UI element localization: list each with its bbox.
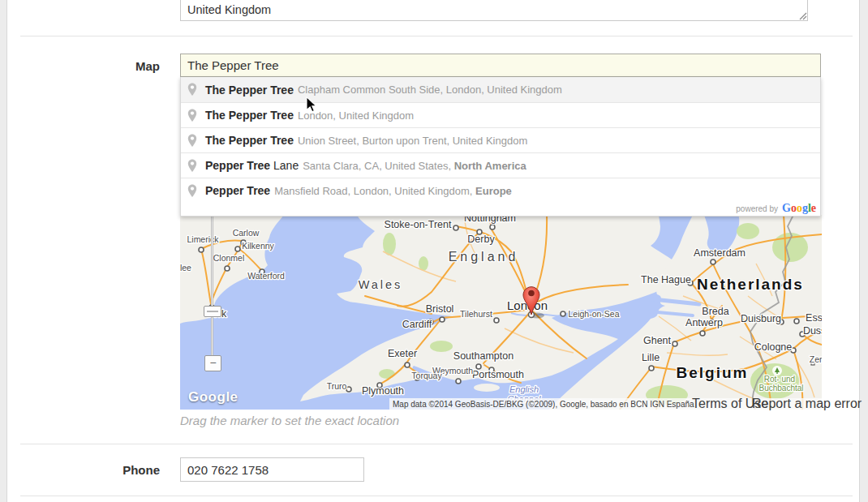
map-label: Netherlands: [697, 276, 804, 293]
city-dot: [561, 311, 565, 316]
item-main-text: The Pepper Tree: [205, 134, 294, 147]
google-logo-letter: o: [797, 202, 802, 214]
item-main-text: The Pepper Tree: [205, 109, 294, 122]
map-label: Wales: [359, 278, 403, 291]
map-label: Belgium: [677, 364, 749, 381]
google-logo-letter: g: [802, 202, 808, 214]
map-label: Torquay: [411, 371, 442, 380]
powered-by-label: powered by: [736, 204, 778, 213]
item-secondary-text: Union Street, Burton upon Trent, United …: [298, 135, 527, 147]
map-label: Clonmel: [213, 253, 245, 263]
city-dot: [199, 247, 204, 252]
map-label: Duisburg: [741, 313, 781, 324]
section-divider: [20, 496, 853, 496]
city-dot: [494, 318, 499, 323]
city-dot: [346, 387, 351, 392]
zoom-slider-track[interactable]: [211, 215, 213, 356]
phone-input[interactable]: [180, 457, 364, 482]
powered-by-google[interactable]: powered by Google: [181, 203, 820, 216]
item-secondary-text: Santa Clara, CA, United States, North Am…: [303, 160, 526, 172]
map-label: ulee: [180, 263, 191, 272]
address-textarea[interactable]: United Kingdom: [180, 0, 808, 21]
city-dot: [490, 225, 495, 230]
map-label: England: [449, 250, 519, 264]
city-dot: [453, 225, 458, 230]
city-dot: [235, 247, 240, 251]
map-label: Waterford: [247, 271, 285, 281]
map-label: Bristol: [426, 303, 454, 315]
map-label: Rot- und: [764, 375, 795, 384]
map-label: Derby: [467, 234, 495, 245]
map-label: Southampton: [453, 350, 513, 362]
map-label: Kilkenny: [242, 241, 274, 251]
autocomplete-item[interactable]: Pepper Tree LaneSanta Clara, CA, United …: [181, 152, 820, 178]
map-label: Truro: [327, 381, 347, 391]
city-dot: [456, 379, 461, 384]
phone-field-label: Phone: [46, 463, 160, 477]
map-label: Buchbachtal: [758, 384, 803, 393]
place-pin-icon: [187, 184, 197, 198]
city-dot: [225, 266, 230, 271]
map-label: Tilehurst: [460, 309, 492, 319]
city-dot: [711, 260, 715, 264]
google-logo-letter: e: [811, 202, 816, 214]
map-label: English: [509, 384, 539, 394]
item-secondary-text: London, United Kingdom: [298, 109, 414, 122]
report-map-error-link[interactable]: Report a map error: [752, 398, 862, 410]
map-graphic: LimerickCarlowKilkennyClonmelWaterfordul…: [180, 215, 822, 410]
city-dot: [794, 319, 799, 324]
map-label: Leigh-on-Sea: [568, 309, 619, 319]
item-secondary-text: Mansfield Road, London, United Kingdom, …: [274, 185, 512, 197]
map-label: Stoke-on-Trent: [385, 219, 452, 230]
map-label: Antwerp: [685, 317, 723, 328]
place-pin-icon: [187, 159, 197, 173]
autocomplete-item[interactable]: The Pepper TreeLondon, United Kingdom: [181, 102, 820, 127]
map-label: Cologne: [754, 341, 793, 353]
city-dot: [440, 317, 445, 322]
item-main-text: Pepper Tree: [205, 184, 270, 197]
google-logo-letter: G: [782, 202, 791, 214]
city-dot: [405, 363, 410, 367]
place-pin-icon: [187, 83, 197, 97]
section-divider: [20, 36, 853, 36]
map-label: Amsterdam: [694, 247, 746, 259]
zoom-out-button[interactable]: −: [204, 355, 221, 371]
autocomplete-item[interactable]: Pepper TreeMansfield Road, London, Unite…: [181, 178, 820, 203]
autocomplete-item[interactable]: The Pepper TreeUnion Street, Burton upon…: [181, 127, 820, 152]
google-maps-logo[interactable]: Google: [188, 389, 238, 405]
map-label: Breda: [702, 306, 728, 317]
map-search-input[interactable]: [180, 54, 821, 77]
map-field-label: Map: [46, 59, 160, 73]
map-attribution-text: Map data ©2014 GeoBasis-DE/BKG (©2009), …: [389, 400, 694, 409]
map-canvas[interactable]: LimerickCarlowKilkennyClonmelWaterfordul…: [180, 215, 822, 410]
map-label: Plymouth: [362, 385, 404, 397]
map-label: Lille: [642, 352, 660, 363]
autocomplete-item[interactable]: The Pepper TreeClapham Common South Side…: [181, 77, 820, 102]
item-main-text: Pepper Tree Lane: [205, 159, 299, 172]
city-dot: [700, 331, 705, 336]
map-label: Carlow: [233, 228, 260, 238]
city-dot: [649, 366, 654, 371]
google-logo: Google: [782, 202, 816, 215]
item-main-text: The Pepper Tree: [205, 84, 294, 97]
autocomplete-dropdown: The Pepper TreeClapham Common South Side…: [180, 77, 821, 217]
map-hint-text: Drag the marker to set the exact locatio…: [180, 414, 399, 427]
place-pin-icon: [187, 109, 197, 122]
map-label: Limerick: [187, 234, 219, 244]
item-secondary-text: Clapham Common South Side, London, Unite…: [298, 84, 562, 96]
zoom-slider-thumb[interactable]: [204, 306, 221, 317]
textarea-resize-handle-icon[interactable]: [799, 12, 807, 20]
map-label: Dussel: [803, 325, 822, 337]
google-logo-letter: o: [791, 202, 797, 214]
map-label: Ghent: [643, 335, 672, 346]
city-dot: [672, 341, 677, 346]
map-label: Portsmouth: [472, 369, 524, 380]
map-label: Zentr: [810, 354, 822, 364]
section-divider: [20, 444, 853, 444]
place-pin-icon: [187, 134, 197, 148]
map-label: Exeter: [388, 348, 417, 359]
map-label: Cardiff: [402, 319, 432, 330]
map-label: Esse: [806, 312, 822, 324]
map-label: The Hague: [641, 274, 691, 285]
